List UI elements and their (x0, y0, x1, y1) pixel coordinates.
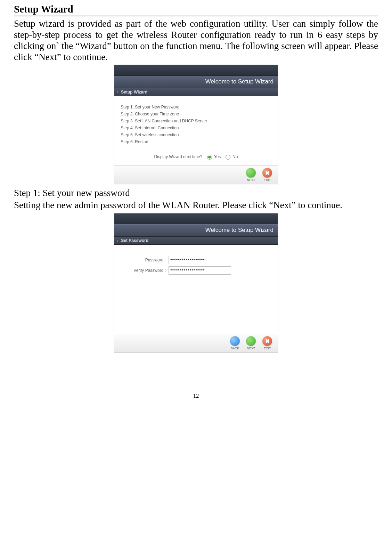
arrow-left-icon: ← (230, 336, 240, 346)
back-button[interactable]: ← BACK (229, 336, 241, 350)
intro-paragraph: Setup wizard is provided as part of the … (14, 18, 378, 63)
password-label: Password : (121, 258, 169, 262)
wizard-title-bar: Welcome to Setup Wizard (114, 224, 278, 237)
exit-button-label: EXIT (264, 178, 271, 182)
next-button[interactable]: → NEXT (245, 168, 257, 182)
window-top-bar (114, 65, 278, 76)
window-top-bar (114, 213, 278, 224)
step-line: Step 3. Set LAN Connection and DHCP Serv… (121, 119, 271, 123)
password-field[interactable]: •••••••••••••••••• (169, 256, 231, 264)
step-line: Step 5. Set wireless connection (121, 132, 271, 137)
radio-yes-label: Yes (214, 154, 221, 159)
password-row: Password : •••••••••••••••••• (121, 256, 271, 264)
step-line: Step 1. Set your New Password (121, 105, 271, 110)
wizard-intro-screenshot: Welcome to Setup Wizard › Setup Wizard S… (114, 65, 278, 184)
next-button-label: NEXT (247, 178, 255, 182)
step-1-heading: Step 1: Set your new password (14, 188, 378, 198)
wizard-step-list: Step 1. Set your New Password Step 2. Ch… (114, 96, 278, 165)
arrow-right-icon: → (246, 168, 256, 178)
breadcrumb: › Setup Wizard (114, 88, 278, 96)
verify-password-row: Verify Password : •••••••••••••••••• (121, 266, 271, 275)
figure-1-wrap: Welcome to Setup Wizard › Setup Wizard S… (14, 65, 378, 184)
breadcrumb-label: Setup Wizard (121, 90, 147, 95)
step-1-paragraph: Setting the new admin password of the WL… (14, 200, 378, 211)
exit-button[interactable]: ✖ EXIT (261, 168, 273, 182)
page-footer: 12 (14, 391, 378, 399)
wizard-title-bar: Welcome to Setup Wizard (114, 76, 278, 88)
close-icon: ✖ (262, 336, 272, 346)
breadcrumb: › Set Password (114, 237, 278, 245)
step-line: Step 2. Choose your Time zone (121, 112, 271, 116)
figure-2-wrap: Welcome to Setup Wizard › Set Password P… (14, 213, 378, 352)
wizard-footer: ← BACK → NEXT ✖ EXIT (114, 334, 278, 352)
step-line: Step 6. Restart (121, 139, 271, 144)
set-password-screenshot: Welcome to Setup Wizard › Set Password P… (114, 213, 278, 352)
close-icon: ✖ (262, 168, 272, 178)
page-number: 12 (193, 392, 199, 399)
exit-button[interactable]: ✖ EXIT (261, 336, 273, 350)
verify-password-label: Verify Password : (121, 268, 169, 273)
radio-yes[interactable] (207, 155, 212, 160)
verify-password-field[interactable]: •••••••••••••••••• (169, 266, 231, 275)
step-line: Step 4. Set Internet Connection (121, 125, 271, 130)
display-next-time-row: Display Wizard next time? Yes No (121, 152, 271, 162)
back-button-label: BACK (231, 347, 239, 350)
chevron-right-icon: › (117, 238, 119, 243)
exit-button-label: EXIT (264, 347, 271, 350)
radio-no[interactable] (226, 155, 230, 160)
radio-no-label: No (232, 154, 238, 159)
section-title: Setup Wizard (14, 3, 378, 16)
chevron-right-icon: › (117, 90, 119, 95)
password-form: Password : •••••••••••••••••• Verify Pas… (114, 245, 278, 334)
next-button-label: NEXT (247, 347, 255, 350)
arrow-right-icon: → (246, 336, 256, 346)
display-question-label: Display Wizard next time? (154, 154, 203, 159)
breadcrumb-label: Set Password (121, 238, 148, 243)
wizard-footer: → NEXT ✖ EXIT (114, 165, 278, 184)
next-button[interactable]: → NEXT (245, 336, 257, 350)
